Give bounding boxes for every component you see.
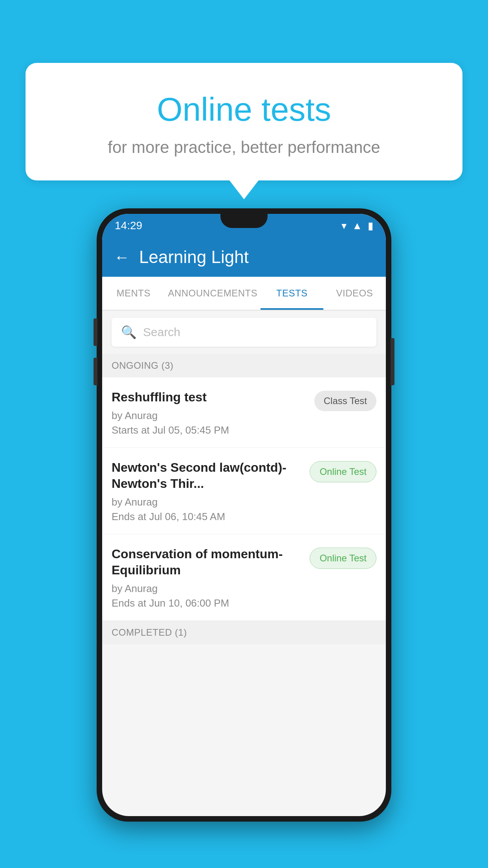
bubble-subtitle: for more practice, better performance bbox=[57, 138, 431, 157]
speech-bubble: Online tests for more practice, better p… bbox=[26, 63, 462, 180]
test-name: Conservation of momentum-Equilibrium bbox=[112, 546, 302, 579]
phone-screen: 14:29 ▾ ▲ ▮ ← Learning Light MENTS ANNOU… bbox=[102, 214, 386, 816]
test-name: Reshuffling test bbox=[112, 389, 306, 406]
test-item[interactable]: Newton's Second law(contd)-Newton's Thir… bbox=[102, 448, 386, 534]
test-date: Starts at Jul 05, 05:45 PM bbox=[112, 424, 306, 436]
ongoing-section-header: ONGOING (3) bbox=[102, 354, 386, 377]
test-by: by Anurag bbox=[112, 496, 302, 508]
test-item[interactable]: Reshuffling test by Anurag Starts at Jul… bbox=[102, 377, 386, 448]
tab-videos[interactable]: VIDEOS bbox=[323, 277, 386, 310]
test-badge-online: Online Test bbox=[310, 461, 376, 482]
test-badge-class: Class Test bbox=[314, 391, 376, 411]
search-box[interactable]: 🔍 Search bbox=[112, 318, 376, 347]
wifi-icon: ▾ bbox=[341, 220, 347, 232]
test-info: Reshuffling test by Anurag Starts at Jul… bbox=[112, 389, 306, 436]
app-bar-title: Learning Light bbox=[139, 247, 249, 267]
promo-section: Online tests for more practice, better p… bbox=[26, 63, 462, 180]
bubble-title: Online tests bbox=[57, 90, 431, 129]
notch bbox=[220, 214, 268, 228]
completed-section-title: COMPLETED (1) bbox=[112, 627, 187, 638]
volume-up-button bbox=[94, 318, 97, 346]
signal-icon: ▲ bbox=[352, 220, 362, 232]
back-button[interactable]: ← bbox=[114, 248, 130, 266]
test-by: by Anurag bbox=[112, 410, 306, 422]
test-date: Ends at Jul 06, 10:45 AM bbox=[112, 511, 302, 523]
tabs-bar: MENTS ANNOUNCEMENTS TESTS VIDEOS bbox=[102, 277, 386, 311]
status-time: 14:29 bbox=[115, 219, 142, 232]
ongoing-section-title: ONGOING (3) bbox=[112, 360, 174, 371]
test-badge-online-2: Online Test bbox=[310, 548, 376, 569]
search-placeholder: Search bbox=[143, 326, 180, 339]
test-name: Newton's Second law(contd)-Newton's Thir… bbox=[112, 460, 302, 492]
power-button bbox=[391, 338, 394, 385]
battery-icon: ▮ bbox=[368, 220, 373, 232]
search-container: 🔍 Search bbox=[102, 311, 386, 354]
status-icons: ▾ ▲ ▮ bbox=[341, 220, 373, 232]
app-bar: ← Learning Light bbox=[102, 237, 386, 277]
test-date: Ends at Jun 10, 06:00 PM bbox=[112, 597, 302, 609]
search-icon: 🔍 bbox=[121, 325, 137, 340]
tab-tests[interactable]: TESTS bbox=[261, 277, 323, 310]
test-info: Newton's Second law(contd)-Newton's Thir… bbox=[112, 460, 302, 523]
completed-section-header: COMPLETED (1) bbox=[102, 621, 386, 644]
phone-frame: 14:29 ▾ ▲ ▮ ← Learning Light MENTS ANNOU… bbox=[97, 208, 391, 822]
test-info: Conservation of momentum-Equilibrium by … bbox=[112, 546, 302, 609]
volume-down-button bbox=[94, 358, 97, 385]
test-item[interactable]: Conservation of momentum-Equilibrium by … bbox=[102, 534, 386, 621]
test-by: by Anurag bbox=[112, 583, 302, 595]
test-list: Reshuffling test by Anurag Starts at Jul… bbox=[102, 377, 386, 621]
tab-ments[interactable]: MENTS bbox=[102, 277, 165, 310]
tab-announcements[interactable]: ANNOUNCEMENTS bbox=[165, 277, 261, 310]
